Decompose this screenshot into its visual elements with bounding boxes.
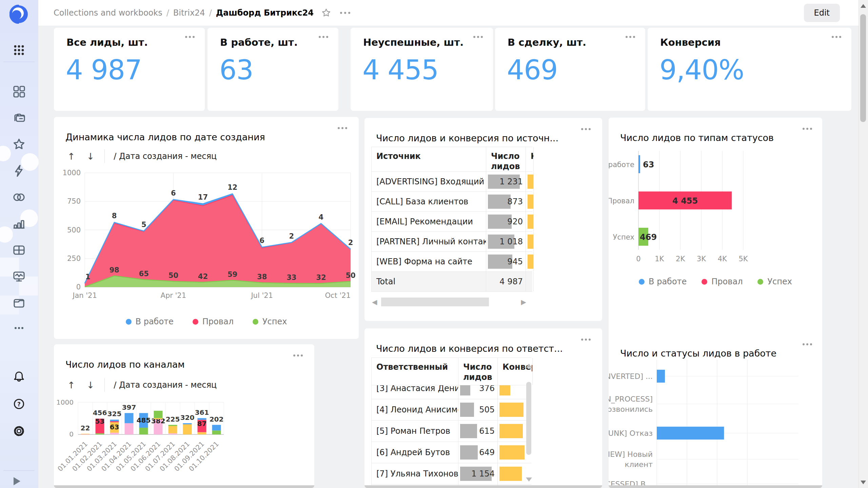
more-icon[interactable] [12,321,26,335]
table-row[interactable]: [5] Роман Петров615 [371,421,531,442]
bar-segment[interactable] [154,411,163,418]
table-row[interactable]: [PARTNER] Личный контакт1 018 [371,232,532,252]
table-row[interactable]: [ADVERTISING] Входящий звонок1 231 [371,172,532,192]
apps-grid-icon[interactable] [12,43,26,57]
sort-desc-icon[interactable]: ↓ [87,151,95,162]
bar-segment[interactable] [110,421,119,422]
bar-chart-canvas[interactable]: [CONVERTED] ...[IN_PROCESS]Дозвонились[J… [609,360,822,485]
bell-icon[interactable] [12,370,26,384]
favorites-icon[interactable] [12,138,26,151]
dashboards-icon[interactable] [12,85,26,98]
bar-segment[interactable] [110,420,119,421]
table-row[interactable]: [CALL] База клиентов873 [371,192,532,212]
storage-icon[interactable] [12,296,26,310]
breadcrumb-collections[interactable]: Collections and workbooks [54,8,162,18]
charts-icon[interactable] [12,217,26,230]
table-row[interactable]: [3] Анастасия Денисова376 [371,385,531,399]
scroll-right-icon[interactable]: ▶ [521,299,526,305]
table-row[interactable]: [WEB] Форма на сайте945 [371,252,532,272]
collections-icon[interactable] [12,111,26,125]
expand-icon[interactable] [10,474,24,488]
bar[interactable] [657,427,724,440]
area-chart-canvas[interactable]: 0250500750100098655042593833325018561712… [54,168,359,300]
bar-segment[interactable] [183,423,192,424]
vertical-scrollbar-thumb[interactable] [526,382,531,455]
table-row[interactable]: [7] Ульяна Тихонова1 154 [371,463,531,485]
bar[interactable] [657,370,665,383]
scroll-up-icon[interactable] [861,4,866,8]
bar-segment[interactable] [139,428,148,434]
queries-icon[interactable] [12,164,26,178]
bar-segment[interactable] [154,418,163,419]
datalens-logo[interactable] [9,5,28,24]
scroll-up-icon[interactable] [526,364,532,368]
bar-chart-canvas[interactable]: 01K2K3K4K5KВ работе63Провал4 455Успех469 [609,148,822,267]
sort-desc-icon[interactable]: ↓ [87,380,95,390]
column-header[interactable]: Число лидов [458,358,498,385]
header-more-icon[interactable] [340,12,350,14]
sort-field-label[interactable]: / Дата создания - месяц [114,380,217,390]
bar-segment[interactable] [110,433,119,434]
widget-menu-icon[interactable] [626,36,635,38]
sort-asc-icon[interactable]: ↑ [67,151,75,162]
column-header[interactable]: Конверсия [526,147,534,171]
legend-item[interactable]: Провал [702,277,743,286]
stacked-bar-canvas[interactable]: 100002201.01.20215345601.02.20216332501.… [54,397,314,486]
help-icon[interactable]: ? [12,397,26,411]
widget-menu-icon[interactable] [581,128,591,130]
horizontal-scrollbar[interactable] [54,485,314,488]
bar-segment[interactable] [212,430,221,434]
bar-segment[interactable] [169,425,177,426]
widget-menu-icon[interactable] [185,36,195,38]
gear-icon[interactable] [12,424,26,438]
bar-segment[interactable] [183,424,192,434]
column-header[interactable]: Число лидов [486,147,526,171]
column-header[interactable]: Источник [371,147,486,171]
legend-item[interactable]: Провал [193,317,234,326]
widget-menu-icon[interactable] [581,339,591,341]
scroll-left-icon[interactable]: ◀ [372,299,377,305]
bar-segment[interactable] [169,426,177,433]
breadcrumb-workbook[interactable]: Bitrix24 [173,8,205,18]
horizontal-scrollbar[interactable] [364,485,602,488]
bar-segment[interactable] [198,432,206,434]
widget-menu-icon[interactable] [319,36,328,38]
bar-segment[interactable] [169,433,177,434]
widget-menu-icon[interactable] [293,354,303,357]
column-header[interactable]: Ответственный [371,358,458,385]
legend-item[interactable]: В работе [639,277,687,286]
bar-segment[interactable] [96,433,104,434]
table-row[interactable]: [6] Андрей Бутов649 [371,442,531,463]
widget-menu-icon[interactable] [832,36,841,38]
widget-menu-icon[interactable] [473,36,483,38]
favorite-star-icon[interactable] [321,8,331,18]
table-row[interactable]: [4] Леонид Анисимов505 [371,399,531,421]
legend-item[interactable]: В работе [126,317,174,326]
sort-asc-icon[interactable]: ↑ [67,380,75,390]
legend-item[interactable]: Успех [253,317,287,326]
page-scrollbar-thumb[interactable] [860,14,866,122]
monitoring-icon[interactable] [12,270,26,283]
scroll-down-icon[interactable] [526,477,532,482]
column-header[interactable]: Конверсия [498,358,533,385]
sort-field-label[interactable]: / Дата создания - месяц [114,151,217,161]
edit-button[interactable]: Edit [804,4,840,22]
horizontal-scrollbar[interactable] [609,485,822,488]
widget-menu-icon[interactable] [803,343,812,345]
bar-segment[interactable] [125,423,134,434]
legend-item[interactable]: Успех [757,277,792,286]
page-scrollbar[interactable] [859,0,868,488]
bar-segment[interactable] [198,418,206,420]
widget-menu-icon[interactable] [338,127,347,129]
scroll-down-icon[interactable] [861,481,866,484]
bar-segment[interactable] [125,413,134,423]
scrollbar-thumb[interactable] [381,298,489,306]
tables-icon[interactable] [12,243,26,257]
connections-icon[interactable] [12,190,26,204]
horizontal-scrollbar[interactable]: ◀ ▶ [372,298,528,306]
widget-menu-icon[interactable] [803,128,812,130]
bar[interactable] [638,155,640,173]
bar-segment[interactable] [212,425,221,431]
bar-segment[interactable] [81,434,90,434]
table-row[interactable]: [EMAIL] Рекомендации920 [371,212,532,232]
